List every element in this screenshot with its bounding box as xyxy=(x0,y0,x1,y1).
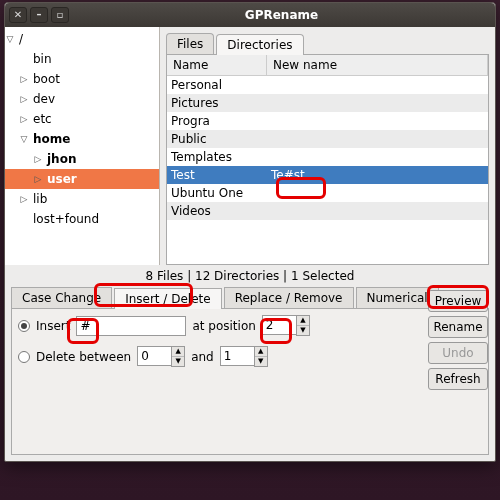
list-name: Templates xyxy=(167,150,267,164)
minimize-icon[interactable]: – xyxy=(30,7,48,23)
list-name: Ubuntu One xyxy=(167,186,267,200)
chevron-down-icon[interactable]: ▼ xyxy=(297,326,309,335)
tree-label: etc xyxy=(33,112,52,126)
tree-item-bin[interactable]: bin xyxy=(5,49,159,69)
expander-icon[interactable]: ▷ xyxy=(33,154,43,164)
expander-icon[interactable]: ▽ xyxy=(19,134,29,144)
list-item[interactable]: Personal xyxy=(167,76,488,94)
chevron-up-icon[interactable]: ▲ xyxy=(297,316,309,326)
delete-label: Delete between xyxy=(36,350,131,364)
tree-item-dev[interactable]: ▷dev xyxy=(5,89,159,109)
position-stepper[interactable]: ▲▼ xyxy=(262,315,310,336)
insert-delete-pane: Insert at position ▲▼ Delete between ▲▼ … xyxy=(11,308,489,455)
refresh-button[interactable]: Refresh xyxy=(428,368,488,390)
list-name: Public xyxy=(167,132,267,146)
and-label: and xyxy=(191,350,214,364)
delete-to-stepper[interactable]: ▲▼ xyxy=(220,346,268,367)
col-newname[interactable]: New name xyxy=(267,55,488,75)
list-item[interactable]: Templates xyxy=(167,148,488,166)
tree-item-lostfound[interactable]: lost+found xyxy=(5,209,159,229)
list-name: Pictures xyxy=(167,96,267,110)
delete-from-stepper[interactable]: ▲▼ xyxy=(137,346,185,367)
expander-icon[interactable]: ▷ xyxy=(19,74,29,84)
tree-label: / xyxy=(19,32,23,46)
position-label: at position xyxy=(192,319,255,333)
list-item[interactable]: Videos xyxy=(167,202,488,220)
radio-insert[interactable] xyxy=(18,320,30,332)
delete-from-input[interactable] xyxy=(137,346,171,366)
expander-icon[interactable]: ▽ xyxy=(5,34,15,44)
tree-item-user[interactable]: ▷user xyxy=(5,169,159,189)
window-title: GPRename xyxy=(72,8,491,22)
tree-label: jhon xyxy=(47,152,76,166)
expander-icon[interactable]: ▷ xyxy=(19,114,29,124)
expander-icon[interactable]: ▷ xyxy=(19,94,29,104)
insert-label: Insert xyxy=(36,319,70,333)
list-item[interactable]: Progra xyxy=(167,112,488,130)
tree-label: home xyxy=(33,132,70,146)
list-name: Videos xyxy=(167,204,267,218)
radio-delete[interactable] xyxy=(18,351,30,363)
tree-label: bin xyxy=(33,52,52,66)
rename-button[interactable]: Rename xyxy=(428,316,488,338)
directory-list: Name New name PersonalPicturesPrograPubl… xyxy=(166,55,489,265)
maximize-icon[interactable]: ▫ xyxy=(51,7,69,23)
tab-replace[interactable]: Replace / Remove xyxy=(224,287,354,308)
list-name: Progra xyxy=(167,114,267,128)
tree-item-lib[interactable]: ▷lib xyxy=(5,189,159,209)
tree-item-etc[interactable]: ▷etc xyxy=(5,109,159,129)
list-item[interactable]: Pictures xyxy=(167,94,488,112)
tree-label: dev xyxy=(33,92,55,106)
tab-numerical[interactable]: Numerical xyxy=(356,287,439,308)
tab-insert-delete[interactable]: Insert / Delete xyxy=(114,288,222,309)
position-input[interactable] xyxy=(262,315,296,335)
list-name: Personal xyxy=(167,78,267,92)
tree-label: lib xyxy=(33,192,47,206)
insert-text-input[interactable] xyxy=(76,316,186,336)
titlebar: ✕ – ▫ GPRename xyxy=(5,3,495,27)
list-item[interactable]: Ubuntu One xyxy=(167,184,488,202)
list-newname: Te#st xyxy=(267,168,488,182)
list-name: Test xyxy=(167,168,267,182)
expander-icon[interactable]: ▷ xyxy=(33,174,43,184)
folder-tree[interactable]: ▽/bin▷boot▷dev▷etc▽home▷jhon▷user▷liblos… xyxy=(5,27,160,265)
tree-label: boot xyxy=(33,72,60,86)
list-item[interactable]: TestTe#st xyxy=(167,166,488,184)
col-name[interactable]: Name xyxy=(167,55,267,75)
tree-item-boot[interactable]: ▷boot xyxy=(5,69,159,89)
tree-item-jhon[interactable]: ▷jhon xyxy=(5,149,159,169)
expander-icon[interactable]: ▷ xyxy=(19,194,29,204)
delete-to-input[interactable] xyxy=(220,346,254,366)
operation-tabs: Case Change Insert / Delete Replace / Re… xyxy=(11,287,489,308)
close-icon[interactable]: ✕ xyxy=(9,7,27,23)
tree-item-[interactable]: ▽/ xyxy=(5,29,159,49)
tree-label: user xyxy=(47,172,77,186)
list-tabs: Files Directories xyxy=(166,33,489,55)
tab-case[interactable]: Case Change xyxy=(11,287,112,308)
undo-button[interactable]: Undo xyxy=(428,342,488,364)
preview-button[interactable]: Preview xyxy=(428,290,488,312)
tab-files[interactable]: Files xyxy=(166,33,214,54)
list-item[interactable]: Public xyxy=(167,130,488,148)
tree-item-home[interactable]: ▽home xyxy=(5,129,159,149)
status-text: 8 Files | 12 Directories | 1 Selected xyxy=(5,265,495,287)
tab-directories[interactable]: Directories xyxy=(216,34,303,55)
tree-label: lost+found xyxy=(33,212,99,226)
